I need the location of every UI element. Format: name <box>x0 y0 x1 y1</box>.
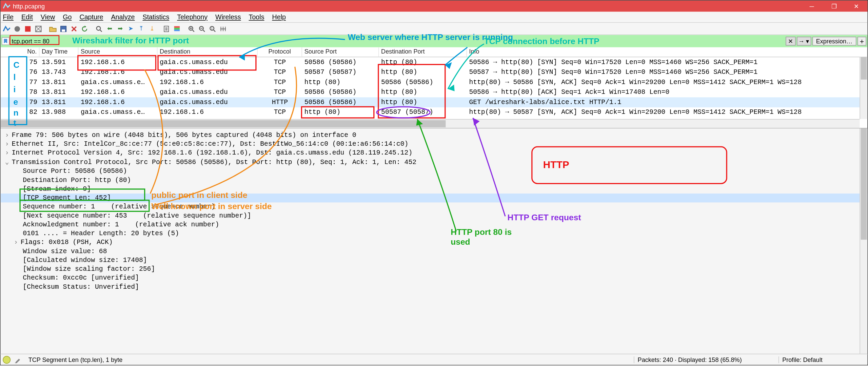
col-header-no[interactable]: No. <box>1 47 40 57</box>
packet-list-hscroll[interactable] <box>1 119 860 128</box>
close-button[interactable]: ✕ <box>845 1 868 12</box>
start-capture-icon[interactable] <box>2 24 12 34</box>
col-header-daytime[interactable]: Day Time <box>40 47 79 57</box>
menu-view[interactable]: View <box>41 13 55 21</box>
detail-destination-port[interactable]: Destination Port: http (80) <box>1 176 868 185</box>
filter-apply-button[interactable]: → ▾ <box>796 37 811 45</box>
svg-rect-11 <box>174 26 180 27</box>
menu-edit[interactable]: Edit <box>21 13 33 21</box>
cell-sport: 50586 (50586) <box>302 58 379 66</box>
packet-row[interactable]: 7613.743192.168.1.6gaia.cs.umass.eduTCP5… <box>1 67 868 78</box>
resize-columns-icon[interactable] <box>218 24 228 34</box>
col-header-source-port[interactable]: Source Port <box>302 47 379 57</box>
cell-source: gaia.cs.umass.e… <box>78 108 157 116</box>
detail-ip[interactable]: ›Internet Protocol Version 4, Src: 192.1… <box>1 148 868 157</box>
detail-checksum-status[interactable]: [Checksum Status: Unverified] <box>1 283 868 291</box>
cell-proto: HTTP <box>258 98 302 106</box>
cell-dport: http (80) <box>379 68 467 76</box>
cell-info: 50586 → http(80) [SYN] Seq=0 Win=17520 L… <box>467 58 868 66</box>
cell-daytime: 13.743 <box>40 68 79 76</box>
cell-sport: http (80) <box>302 78 379 86</box>
edit-capture-icon[interactable] <box>13 355 23 364</box>
cell-no: 79 <box>1 98 40 106</box>
menu-statistics[interactable]: Statistics <box>143 13 170 21</box>
packet-row[interactable]: 7713.811gaia.cs.umass.e…192.168.1.6TCPht… <box>1 77 868 87</box>
menu-telephony[interactable]: Telephony <box>177 13 208 21</box>
maximize-button[interactable]: ❐ <box>823 1 845 12</box>
detail-next-seq[interactable]: [Next sequence number: 453 (relative seq… <box>1 211 868 220</box>
go-back-icon[interactable]: ⬅ <box>105 24 115 34</box>
packet-list-pane: No. Day Time Source Destination Protocol… <box>1 47 868 128</box>
zoom-out-icon[interactable] <box>197 24 207 34</box>
go-to-packet-icon[interactable]: ➤ <box>126 24 136 34</box>
menu-tools[interactable]: Tools <box>249 13 264 21</box>
close-file-icon[interactable] <box>69 24 79 34</box>
packet-row[interactable]: 7813.811192.168.1.6gaia.cs.umass.eduTCP5… <box>1 87 868 98</box>
detail-window-size[interactable]: Window size value: 68 <box>1 247 868 256</box>
zoom-reset-icon[interactable]: 1 <box>208 24 218 34</box>
restart-capture-icon[interactable] <box>23 24 33 34</box>
detail-seq-number[interactable]: Sequence number: 1 (relative sequence nu… <box>1 202 868 211</box>
capture-options-icon[interactable] <box>33 24 43 34</box>
packet-list-vscroll[interactable] <box>860 57 867 119</box>
cell-source: 192.168.1.6 <box>78 98 157 106</box>
detail-source-port[interactable]: Source Port: 50586 (50586) <box>1 167 868 176</box>
col-header-protocol[interactable]: Protocol <box>258 47 302 57</box>
cell-dport: 50586 (50586) <box>379 78 467 86</box>
packet-list-header: No. Day Time Source Destination Protocol… <box>1 47 868 57</box>
find-icon[interactable] <box>94 24 104 34</box>
detail-ack-number[interactable]: Acknowledgment number: 1 (relative ack n… <box>1 220 868 229</box>
col-header-destination-port[interactable]: Destination Port <box>379 47 467 57</box>
detail-ethernet[interactable]: ›Ethernet II, Src: IntelCor_8c:ce:77 (5c… <box>1 140 868 148</box>
auto-scroll-icon[interactable] <box>161 24 172 34</box>
colorize-icon[interactable] <box>172 24 182 34</box>
expert-info-icon[interactable] <box>3 355 11 363</box>
filter-clear-button[interactable]: ✕ <box>785 37 795 45</box>
cell-no: 75 <box>1 58 40 66</box>
go-forward-icon[interactable]: ➡ <box>115 24 125 34</box>
detail-segment-len[interactable]: [TCP Segment Len: 452] <box>1 194 868 202</box>
menu-capture[interactable]: Capture <box>79 13 103 21</box>
packet-row[interactable]: 7913.811192.168.1.6gaia.cs.umass.eduHTTP… <box>1 97 868 107</box>
detail-calc-window[interactable]: [Calculated window size: 17408] <box>1 256 868 265</box>
save-file-icon[interactable] <box>58 24 68 34</box>
packet-row[interactable]: 8213.988gaia.cs.umass.e…192.168.1.6TCPht… <box>1 107 868 118</box>
minimize-button[interactable]: ─ <box>801 1 823 12</box>
menu-help[interactable]: Help <box>272 13 286 21</box>
status-profile[interactable]: Profile: Default <box>778 356 868 363</box>
cell-dest: gaia.cs.umass.edu <box>157 68 257 76</box>
stop-capture-icon[interactable] <box>12 24 22 34</box>
go-last-icon[interactable]: ⤓ <box>147 24 157 34</box>
col-header-info[interactable]: Info <box>467 47 868 57</box>
menu-file[interactable]: File <box>3 13 14 21</box>
cell-no: 77 <box>1 78 40 86</box>
reload-icon[interactable] <box>80 24 90 34</box>
display-filter-input[interactable] <box>11 37 90 45</box>
cell-no: 76 <box>1 68 40 76</box>
menu-analyze[interactable]: Analyze <box>111 13 135 21</box>
detail-flags[interactable]: ›Flags: 0x018 (PSH, ACK) <box>1 238 868 247</box>
detail-stream-index[interactable]: [Stream index: 9] <box>1 185 868 194</box>
detail-window-scale[interactable]: [Window size scaling factor: 256] <box>1 265 868 273</box>
filter-expression-button[interactable]: Expression… <box>812 37 856 45</box>
detail-tcp[interactable]: ⌄Transmission Control Protocol, Src Port… <box>1 157 868 167</box>
filter-add-button[interactable]: + <box>857 37 866 45</box>
col-header-source[interactable]: Source <box>78 47 157 57</box>
svg-line-15 <box>193 30 194 32</box>
col-header-destination[interactable]: Destination <box>157 47 257 57</box>
svg-rect-13 <box>174 29 180 31</box>
menu-wireless[interactable]: Wireless <box>215 13 241 21</box>
cell-no: 78 <box>1 88 40 96</box>
packet-row[interactable]: 7513.591192.168.1.6gaia.cs.umass.eduTCP5… <box>1 57 868 67</box>
menu-go[interactable]: Go <box>63 13 72 21</box>
open-file-icon[interactable] <box>48 24 58 34</box>
detail-checksum[interactable]: Checksum: 0xcc0c [unverified] <box>1 273 868 282</box>
detail-header-length[interactable]: 0101 .... = Header Length: 20 bytes (5) <box>1 229 868 238</box>
bookmark-icon[interactable] <box>2 37 9 45</box>
detail-frame[interactable]: ›Frame 79: 506 bytes on wire (4048 bits)… <box>1 131 868 140</box>
zoom-in-icon[interactable] <box>186 24 197 34</box>
svg-line-22 <box>214 30 215 32</box>
details-vscroll[interactable] <box>860 128 867 355</box>
go-first-icon[interactable]: ⤒ <box>136 24 146 34</box>
menu-bar: File Edit View Go Capture Analyze Statis… <box>1 12 868 23</box>
